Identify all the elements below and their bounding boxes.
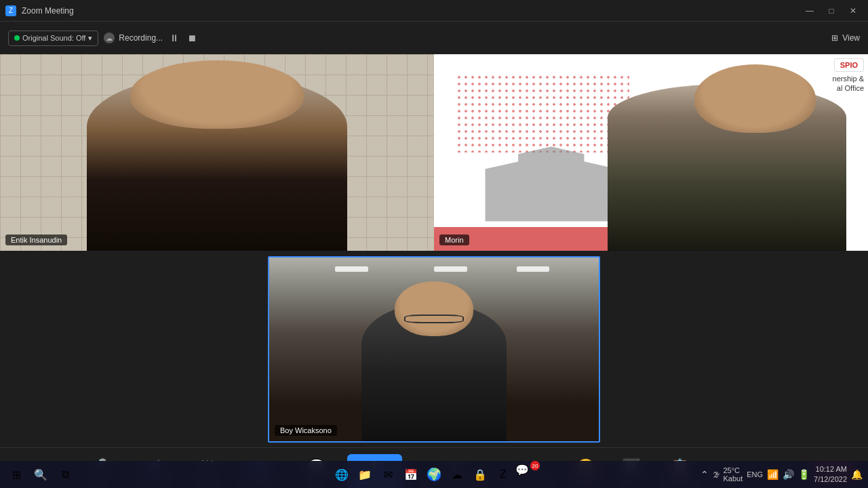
show-hidden-icons[interactable]: ⌃ bbox=[701, 469, 709, 480]
windows-start-button[interactable]: ⊞ bbox=[5, 464, 27, 485]
volume-icon[interactable]: 🔊 bbox=[783, 469, 794, 480]
edge-icon[interactable]: 🌐 bbox=[331, 464, 353, 485]
view-label: View bbox=[842, 33, 860, 43]
notification-icon[interactable]: 🔔 bbox=[851, 469, 863, 480]
person-head-1 bbox=[130, 60, 304, 129]
participant-label-3: Boy Wicaksono bbox=[275, 425, 337, 436]
video-cell-2: SPIO nership & al Office Morin bbox=[434, 54, 868, 251]
calendar-icon[interactable]: 📅 bbox=[400, 464, 422, 485]
system-clock[interactable]: 10:12 AM 7/12/2022 bbox=[814, 464, 847, 485]
zoom-icon: Z bbox=[5, 5, 16, 16]
participant-label-2: Morin bbox=[439, 235, 469, 245]
file-explorer-icon[interactable]: 📁 bbox=[354, 464, 376, 485]
maximize-button[interactable]: □ bbox=[822, 4, 841, 18]
zoom-taskbar-icon[interactable]: Z bbox=[492, 464, 514, 485]
weather-desc: Kabut bbox=[723, 474, 743, 483]
weather-icon: 🌫 bbox=[713, 470, 720, 479]
topbar-left: Original Sound: Off ▾ ☁ Recording... ⏸ ⏹ bbox=[8, 30, 199, 46]
search-button[interactable]: 🔍 bbox=[30, 464, 52, 485]
current-date: 7/12/2022 bbox=[814, 474, 847, 485]
top-bar: Original Sound: Off ▾ ☁ Recording... ⏸ ⏹… bbox=[0, 22, 868, 54]
window-controls[interactable]: — □ ✕ bbox=[800, 4, 863, 18]
video-bg-3 bbox=[269, 258, 599, 441]
chevron-down-icon: ▾ bbox=[88, 34, 92, 43]
chrome-icon[interactable]: 🌍 bbox=[423, 464, 445, 485]
spio-logo: SPIO bbox=[834, 58, 864, 72]
person-head-2 bbox=[694, 64, 816, 134]
taskbar-left[interactable]: ⊞ 🔍 ⧉ bbox=[5, 464, 76, 485]
weather-temp: 25°C bbox=[723, 466, 743, 474]
weather-widget: 🌫 25°C Kabut bbox=[713, 466, 743, 483]
title-bar: Z Zoom Meeting — □ ✕ bbox=[0, 0, 868, 22]
recording-controls[interactable]: ⏸ ⏹ bbox=[167, 31, 199, 45]
network-icon[interactable]: 📶 bbox=[767, 469, 778, 480]
close-button[interactable]: ✕ bbox=[844, 4, 863, 18]
spio-subtitle1: nership & bbox=[833, 75, 864, 83]
whatsapp-icon[interactable]: 💬 20 bbox=[515, 464, 537, 485]
original-sound-button[interactable]: Original Sound: Off ▾ bbox=[8, 30, 98, 46]
person-glasses-3 bbox=[404, 314, 463, 324]
cloud-icon: ☁ bbox=[104, 33, 115, 43]
mail-icon[interactable]: ✉ bbox=[377, 464, 399, 485]
recording-label: Recording... bbox=[119, 33, 163, 43]
titlebar-left: Z Zoom Meeting bbox=[5, 5, 74, 16]
recording-indicator: ☁ Recording... ⏸ ⏹ bbox=[104, 31, 199, 45]
windows-taskbar: ⊞ 🔍 ⧉ 🌐 📁 ✉ 📅 🌍 ☁ 🔒 Z 💬 20 ⌃ 🌫 25°C Kabu… bbox=[0, 461, 868, 488]
ceiling-light-1 bbox=[335, 266, 368, 272]
topbar-right[interactable]: ⊞ View bbox=[831, 33, 860, 43]
original-sound-label: Original Sound: Off bbox=[22, 34, 85, 42]
video-bg-2: SPIO nership & al Office bbox=[434, 54, 868, 251]
current-time: 10:12 AM bbox=[814, 464, 847, 474]
battery-icon: 🔋 bbox=[798, 469, 810, 480]
video-bg-1 bbox=[0, 54, 434, 251]
spio-subtitle2: al Office bbox=[837, 84, 864, 92]
language-indicator[interactable]: ENG bbox=[747, 470, 763, 479]
minimize-button[interactable]: — bbox=[800, 4, 819, 18]
participant-label-1: Entik Insanudin bbox=[5, 235, 67, 245]
green-dot-icon bbox=[14, 35, 20, 41]
pause-recording-button[interactable]: ⏸ bbox=[167, 31, 182, 45]
video-area: Entik Insanudin SPIO nership & al Office bbox=[0, 54, 868, 447]
window-title: Zoom Meeting bbox=[22, 6, 74, 16]
ceiling-light-3 bbox=[517, 266, 550, 272]
top-video-row: Entik Insanudin SPIO nership & al Office bbox=[0, 54, 868, 251]
video-cell-3: Boy Wicaksono bbox=[268, 256, 600, 443]
bottom-video-row: Boy Wicaksono bbox=[0, 251, 868, 447]
ceiling-light-2 bbox=[434, 266, 467, 272]
person-head-3 bbox=[395, 281, 474, 336]
task-view-button[interactable]: ⧉ bbox=[54, 464, 76, 485]
spio-dots-decoration bbox=[456, 74, 629, 152]
video-cell-1: Entik Insanudin bbox=[0, 54, 434, 251]
taskbar-center[interactable]: 🌐 📁 ✉ 📅 🌍 ☁ 🔒 Z 💬 20 bbox=[331, 464, 537, 485]
onedrive-icon[interactable]: ☁ bbox=[446, 464, 468, 485]
view-icon: ⊞ bbox=[831, 33, 838, 43]
taskbar-right: ⌃ 🌫 25°C Kabut ENG 📶 🔊 🔋 10:12 AM 7/12/2… bbox=[701, 464, 863, 485]
stop-recording-button[interactable]: ⏹ bbox=[184, 31, 199, 45]
whatsapp-badge-count: 20 bbox=[530, 461, 540, 470]
vpn-icon[interactable]: 🔒 bbox=[469, 464, 491, 485]
